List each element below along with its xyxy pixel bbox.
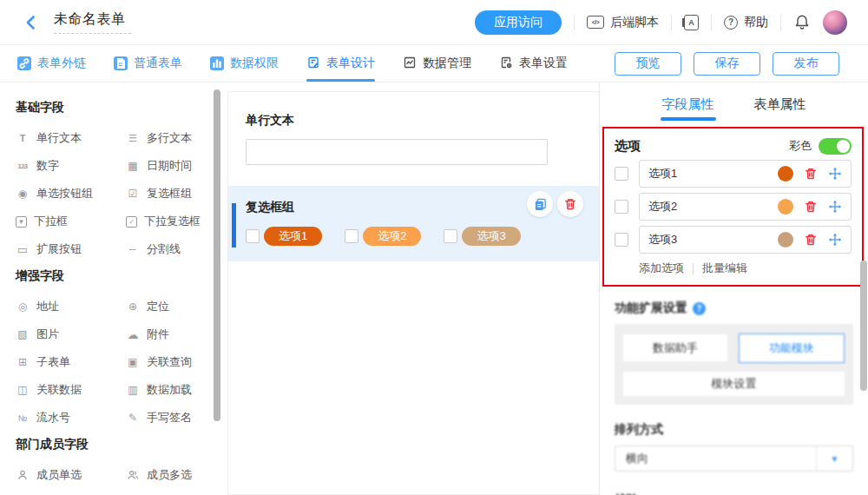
canvas-field-checkbox-group-selected[interactable]: 复选框组 选项1 选项: [228, 186, 599, 261]
palette-item-select[interactable]: 下拉框: [16, 208, 126, 235]
option-value-input[interactable]: 选项2: [648, 199, 778, 214]
option-pill[interactable]: 选项1: [264, 227, 322, 246]
palette-item-multi-select[interactable]: 下拉复选框: [126, 208, 224, 235]
arrangement-select[interactable]: 横向: [615, 446, 853, 472]
palette-item-expand-button[interactable]: 扩展按钮: [16, 235, 126, 263]
checkbox[interactable]: [444, 229, 457, 243]
delete-option-icon[interactable]: [804, 200, 818, 214]
sidebar-scrollbar[interactable]: [214, 89, 220, 421]
user-avatar[interactable]: [823, 10, 847, 35]
select-icon: [16, 216, 27, 228]
extension-section-title: 功能扩展设置: [615, 300, 687, 316]
linked-data-icon: [16, 383, 30, 397]
palette-item-locate[interactable]: 定位: [126, 293, 224, 320]
function-module-button[interactable]: 功能模块: [739, 333, 845, 363]
field-label: 复选框组: [246, 200, 294, 215]
tab-normal-form[interactable]: 普通表单: [114, 45, 182, 82]
canvas-field-text[interactable]: 单行文本: [228, 92, 599, 175]
checkbox[interactable]: [345, 229, 358, 243]
checkbox[interactable]: [615, 200, 628, 214]
move-option-icon[interactable]: [828, 200, 842, 214]
palette-item-serial-number[interactable]: 流水号: [16, 404, 126, 432]
divider: [693, 263, 694, 274]
copy-field-button[interactable]: [527, 191, 553, 217]
app-access-button[interactable]: 应用访问: [475, 10, 562, 35]
number-icon: [16, 159, 30, 173]
add-option-link[interactable]: 添加选项: [639, 261, 684, 276]
page-title[interactable]: 未命名表单: [54, 11, 126, 26]
delete-option-icon[interactable]: [804, 167, 818, 181]
section-title-basic-fields: 基础字段: [16, 100, 224, 116]
option-pill[interactable]: 选项3: [462, 227, 520, 246]
palette-item-single-line-text[interactable]: 单行文本: [16, 124, 126, 152]
palette-item-linked-query[interactable]: 关联查询: [126, 348, 224, 376]
tab-form-properties[interactable]: 表单属性: [754, 82, 806, 126]
palette-item-radio-group[interactable]: 单选按钮组: [16, 180, 126, 208]
tab-data-manage[interactable]: 数据管理: [403, 45, 471, 82]
option-pill[interactable]: 选项2: [363, 227, 421, 246]
member-single-icon: [16, 468, 30, 482]
notification-bell-icon[interactable]: [793, 13, 811, 31]
publish-button[interactable]: 发布: [773, 52, 839, 76]
delete-field-button[interactable]: [557, 191, 583, 217]
color-toggle-label: 彩色: [789, 138, 812, 154]
module-settings-button[interactable]: 模块设置: [623, 372, 845, 396]
option-color-dot[interactable]: [778, 166, 793, 182]
field-palette-sidebar: 基础字段 单行文本 多行文本 数字 日期时间 单选按钮组 复选框组 下拉框 下拉…: [0, 82, 224, 495]
data-assistant-button[interactable]: 数据助手: [623, 334, 727, 361]
form-toolbar: 表单外链 普通表单 数据权限 表单设计: [0, 45, 868, 82]
save-button[interactable]: 保存: [694, 52, 760, 76]
preview-button[interactable]: 预览: [615, 52, 681, 76]
palette-item-number[interactable]: 数字: [16, 152, 126, 180]
divider: [780, 15, 781, 30]
option-value-input[interactable]: 选项1: [648, 166, 778, 182]
properties-panel: 字段属性 表单属性 选项 彩色 选项1: [599, 82, 868, 495]
palette-item-multi-line-text[interactable]: 多行文本: [126, 124, 224, 152]
palette-item-subform[interactable]: 子表单: [16, 348, 126, 376]
palette-item-dept-single[interactable]: 部门单选: [16, 489, 126, 495]
back-icon[interactable]: [23, 14, 40, 31]
dictionary-icon[interactable]: [684, 15, 699, 30]
palette-item-member-single[interactable]: 成员单选: [16, 461, 126, 489]
divider: [671, 15, 672, 30]
tab-data-permission[interactable]: 数据权限: [210, 45, 279, 82]
help-button[interactable]: 帮助: [724, 15, 768, 30]
options-section-title: 选项: [615, 138, 641, 155]
checkbox[interactable]: [615, 167, 628, 181]
palette-item-image[interactable]: 图片: [16, 320, 126, 348]
checkbox[interactable]: [246, 229, 260, 243]
batch-edit-link[interactable]: 批量编辑: [702, 261, 747, 276]
palette-item-data-load[interactable]: 数据加载: [126, 376, 224, 404]
tab-form-external-link[interactable]: 表单外链: [17, 45, 86, 82]
section-title-enhanced-fields: 增强字段: [16, 268, 224, 284]
locate-icon: [126, 300, 140, 314]
move-option-icon[interactable]: [828, 167, 842, 181]
option-color-dot[interactable]: [778, 199, 793, 214]
option-color-dot[interactable]: [778, 232, 793, 248]
palette-item-attachment[interactable]: 附件: [126, 320, 224, 348]
single-line-text-input[interactable]: [246, 139, 548, 165]
palette-item-address[interactable]: 地址: [16, 293, 126, 320]
palette-item-divider-line[interactable]: 分割线: [126, 235, 224, 263]
palette-item-datetime[interactable]: 日期时间: [126, 152, 224, 180]
properties-scrollbar[interactable]: [860, 261, 867, 391]
checkbox[interactable]: [615, 233, 628, 247]
palette-item-signature[interactable]: 手写签名: [126, 404, 224, 432]
palette-item-checkbox-group[interactable]: 复选框组: [126, 180, 224, 208]
field-label: 单行文本: [246, 113, 582, 129]
form-canvas: 单行文本 复选框组 选项1: [227, 91, 599, 495]
tab-form-settings[interactable]: 表单设置: [499, 45, 568, 82]
backend-script-button[interactable]: 后端脚本: [587, 15, 659, 30]
option-value-input[interactable]: 选项3: [648, 232, 778, 248]
checkbox-group-icon: [126, 187, 140, 201]
chevron-down-icon: [816, 446, 852, 471]
palette-item-dept-multi[interactable]: 部门多选: [126, 489, 224, 495]
palette-item-linked-data[interactable]: 关联数据: [16, 376, 126, 404]
delete-option-icon[interactable]: [804, 233, 818, 247]
help-question-icon[interactable]: [693, 302, 706, 315]
move-option-icon[interactable]: [828, 233, 842, 247]
color-toggle[interactable]: [819, 138, 852, 155]
tab-field-properties[interactable]: 字段属性: [662, 82, 714, 126]
palette-item-member-multi[interactable]: 成员多选: [126, 461, 224, 489]
tab-form-design[interactable]: 表单设计: [306, 45, 375, 82]
